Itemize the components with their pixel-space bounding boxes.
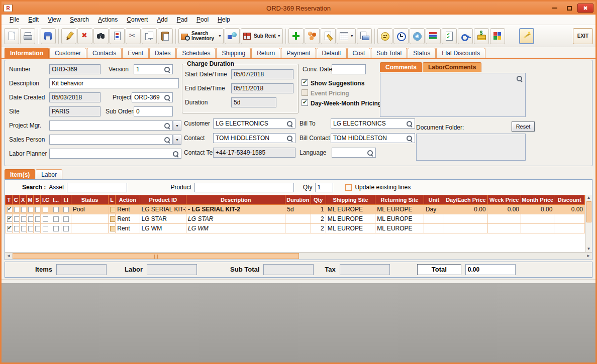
dropdown-arrow-icon[interactable]: ▼ bbox=[350, 34, 354, 38]
print-preview-button[interactable] bbox=[357, 28, 372, 44]
copy-button[interactable] bbox=[142, 28, 157, 44]
close-button[interactable]: ✖ bbox=[577, 4, 593, 13]
sales-person-field[interactable] bbox=[49, 135, 173, 145]
col-header-week-price[interactable]: Week Price bbox=[487, 195, 521, 205]
col-header-c[interactable]: C bbox=[13, 195, 20, 205]
add-line-button[interactable] bbox=[288, 28, 304, 44]
col-header-action[interactable]: Action bbox=[116, 195, 140, 205]
customer-field[interactable]: LG ELECTRONICS bbox=[213, 118, 295, 129]
project-mgr-field[interactable] bbox=[49, 120, 173, 131]
exit-button[interactable]: EXIT bbox=[573, 28, 593, 44]
tab-contacts[interactable]: Contacts bbox=[87, 48, 122, 58]
bill-contact-field[interactable]: TOM HIDDLESTON bbox=[331, 133, 415, 143]
edit-note-button[interactable] bbox=[321, 28, 336, 44]
bill-to-field[interactable]: LG ELECTRONICS bbox=[331, 118, 415, 129]
document-folder-box[interactable] bbox=[416, 134, 526, 161]
row-flag-checkbox[interactable] bbox=[14, 216, 20, 222]
cubes-button[interactable] bbox=[490, 28, 505, 44]
description-field[interactable]: Kit behavior bbox=[49, 78, 179, 88]
contact-tel-field[interactable]: +44-17-5349-1585 bbox=[213, 148, 295, 158]
tab-status[interactable]: Status bbox=[408, 48, 436, 58]
row-flag-checkbox[interactable] bbox=[53, 216, 59, 222]
calendar-grid-button[interactable]: ▼ bbox=[337, 28, 356, 44]
asset-input[interactable] bbox=[67, 183, 127, 192]
product-input[interactable] bbox=[194, 183, 294, 192]
qty-input[interactable] bbox=[315, 183, 333, 192]
sub-rent-button[interactable]: Sub Rent▼ bbox=[241, 28, 283, 44]
col-header-unit[interactable]: Unit bbox=[424, 195, 444, 205]
menu-help[interactable]: Help bbox=[214, 15, 234, 24]
menu-file[interactable]: File bbox=[6, 15, 23, 24]
event-pricing-checkbox[interactable] bbox=[302, 89, 308, 96]
shapes-button[interactable] bbox=[225, 28, 240, 44]
col-header-product-id[interactable]: Product ID bbox=[140, 195, 186, 205]
convert-document-button[interactable] bbox=[110, 28, 125, 44]
labor-planner-field[interactable] bbox=[49, 149, 181, 159]
col-header-l[interactable]: L bbox=[109, 195, 116, 205]
pool-button[interactable] bbox=[305, 28, 320, 44]
scroll-right-icon[interactable]: ► bbox=[585, 253, 592, 260]
search-icon[interactable] bbox=[516, 75, 523, 82]
row-flag-checkbox[interactable] bbox=[28, 207, 34, 212]
col-header-status[interactable]: Status bbox=[71, 195, 108, 205]
checklist-button[interactable] bbox=[442, 28, 457, 44]
tab-labor-comments[interactable]: LaborComments bbox=[423, 62, 481, 72]
row-flag-checkbox[interactable] bbox=[28, 226, 34, 231]
tab-comments[interactable]: Comments bbox=[380, 62, 422, 72]
search-icon[interactable] bbox=[164, 123, 170, 129]
search-icon[interactable] bbox=[164, 137, 170, 143]
tab-dates[interactable]: Dates bbox=[149, 48, 176, 58]
search-icon[interactable] bbox=[286, 135, 293, 142]
wizard-wand-button[interactable] bbox=[519, 28, 534, 44]
sales-person-dropdown-button[interactable]: ▼ bbox=[173, 135, 181, 145]
contact-field[interactable]: TOM HIDDLESTON bbox=[213, 133, 295, 143]
col-header-shipping-site[interactable]: Shipping Site bbox=[326, 195, 375, 205]
day-week-month-pricing-checkbox[interactable] bbox=[302, 99, 308, 106]
search-inventory-button[interactable]: Search Inventory▼ bbox=[178, 28, 224, 44]
duration-field[interactable]: 5d bbox=[231, 97, 276, 107]
row-flag-checkbox[interactable] bbox=[21, 216, 27, 222]
horizontal-scrollbar[interactable]: ◄ ► bbox=[5, 252, 592, 260]
tab-information[interactable]: Information bbox=[5, 48, 49, 58]
col-header-t[interactable]: T bbox=[6, 195, 13, 205]
item-row[interactable]: PoolRentLG SERIAL KIT-2- LG SERIAL KIT-2… bbox=[6, 205, 585, 214]
col-header-m[interactable]: M bbox=[27, 195, 34, 205]
tab-return[interactable]: Return bbox=[251, 48, 280, 58]
menu-search[interactable]: Search bbox=[66, 15, 93, 24]
row-select-checkbox[interactable] bbox=[7, 216, 13, 222]
item-row[interactable]: RentLG WMLG WM2ML EUROPEML EUROPE bbox=[6, 224, 585, 233]
tab-sub-total[interactable]: Sub Total bbox=[371, 48, 407, 58]
language-field[interactable] bbox=[332, 148, 376, 158]
row-flag-checkbox[interactable] bbox=[35, 207, 41, 212]
row-flag-checkbox[interactable] bbox=[53, 226, 59, 231]
items-tab-item-s-[interactable]: Item(s) bbox=[5, 169, 35, 179]
money-button[interactable] bbox=[474, 28, 489, 44]
dropdown-arrow-icon[interactable]: ▼ bbox=[218, 34, 222, 38]
version-field[interactable]: 1 bbox=[134, 64, 173, 74]
col-header-qty[interactable]: Qty bbox=[311, 195, 326, 205]
search-icon[interactable] bbox=[406, 120, 413, 127]
col-header-month-price[interactable]: Month Price bbox=[521, 195, 554, 205]
number-field[interactable]: ORD-369 bbox=[49, 64, 101, 74]
line-flag-icon[interactable] bbox=[110, 226, 116, 231]
new-document-button[interactable] bbox=[4, 28, 19, 44]
search-icon[interactable] bbox=[164, 66, 170, 73]
update-existing-lines-checkbox[interactable] bbox=[345, 184, 352, 191]
search-icon[interactable] bbox=[164, 94, 170, 101]
books-button[interactable] bbox=[426, 28, 441, 44]
menu-view[interactable]: View bbox=[44, 15, 65, 24]
paste-button[interactable] bbox=[158, 28, 173, 44]
col-header-discount[interactable]: Discount bbox=[554, 195, 585, 205]
sub-orders-field[interactable]: 0 bbox=[134, 106, 173, 116]
menu-edit[interactable]: Edit bbox=[24, 15, 43, 24]
menu-add[interactable]: Add bbox=[153, 15, 171, 24]
show-suggestions-checkbox[interactable] bbox=[302, 79, 308, 86]
tab-cost[interactable]: Cost bbox=[347, 48, 371, 58]
site-field[interactable]: PARIS bbox=[49, 106, 101, 116]
cut-button[interactable] bbox=[126, 28, 141, 44]
search-icon[interactable] bbox=[286, 120, 293, 127]
col-header-description[interactable]: Description bbox=[186, 195, 285, 205]
line-flag-icon[interactable] bbox=[110, 207, 116, 212]
search-icon[interactable] bbox=[367, 150, 373, 156]
history-clock-button[interactable] bbox=[393, 28, 409, 44]
